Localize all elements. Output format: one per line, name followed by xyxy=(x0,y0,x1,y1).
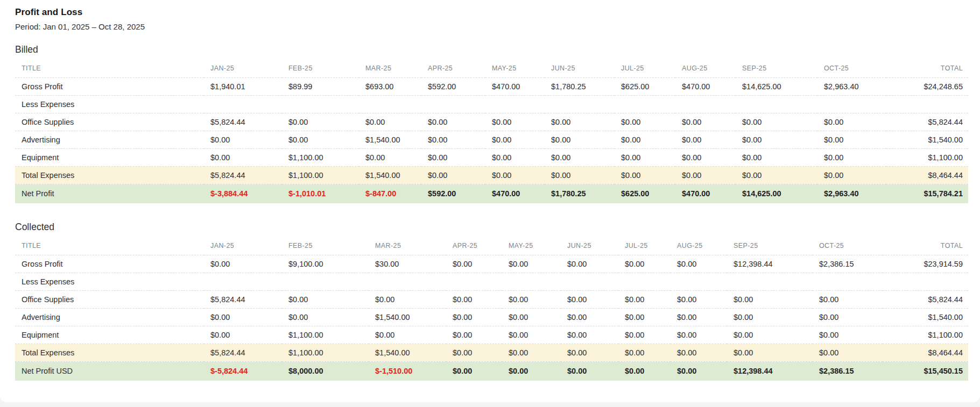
cell-value: $0.00 xyxy=(671,290,727,308)
cell-value xyxy=(671,273,727,290)
cell-value xyxy=(421,95,485,113)
row-title: Equipment xyxy=(15,148,204,166)
cell-value: $0.00 xyxy=(817,148,886,166)
cell-value: $0.00 xyxy=(282,113,359,131)
column-header-apr-25: APR-25 xyxy=(446,237,502,255)
cell-value: $0.00 xyxy=(561,308,618,326)
cell-value: $0.00 xyxy=(545,131,615,148)
column-header-mar-25: MAR-25 xyxy=(369,237,446,255)
profit-loss-table-billed: TITLEJAN-25FEB-25MAR-25APR-25MAY-25JUN-2… xyxy=(15,60,968,203)
cell-value: $592.00 xyxy=(421,184,485,203)
column-header-oct-25: OCT-25 xyxy=(813,237,883,255)
table-row: Advertising$0.00$0.00$1,540.00$0.00$0.00… xyxy=(15,131,968,148)
cell-value: $693.00 xyxy=(359,77,421,95)
cell-value: $0.00 xyxy=(446,344,502,361)
cell-value: $0.00 xyxy=(561,290,618,308)
column-header-sep-25: SEP-25 xyxy=(736,60,817,77)
cell-value: $1,540.00 xyxy=(369,344,446,361)
row-title: Total Expenses xyxy=(15,344,204,361)
cell-value: $0.00 xyxy=(282,290,369,308)
cell-value: $0.00 xyxy=(615,166,675,184)
cell-value: $0.00 xyxy=(813,326,883,344)
cell-value: $0.00 xyxy=(282,308,369,326)
cell-value: $8,000.00 xyxy=(282,361,369,381)
cell-value xyxy=(817,95,886,113)
column-header-title: TITLE xyxy=(15,60,204,77)
row-title: Advertising xyxy=(15,131,204,148)
section-heading: Collected xyxy=(15,222,968,233)
row-total: $15,450.15 xyxy=(883,361,968,381)
row-title: Gross Profit xyxy=(15,255,204,273)
column-header-sep-25: SEP-25 xyxy=(727,237,813,255)
cell-value: $0.00 xyxy=(204,308,282,326)
cell-value: $0.00 xyxy=(618,326,671,344)
cell-value: $0.00 xyxy=(618,290,671,308)
cell-value: $625.00 xyxy=(615,77,675,95)
cell-value xyxy=(282,273,369,290)
cell-value: $-1,010.01 xyxy=(282,184,359,203)
cell-value: $2,963.40 xyxy=(817,184,886,203)
column-header-total: TOTAL xyxy=(886,60,968,77)
page-title: Profit and Loss xyxy=(15,7,968,18)
cell-value: $0.00 xyxy=(502,290,561,308)
cell-value: $0.00 xyxy=(675,166,736,184)
cell-value: $0.00 xyxy=(369,326,446,344)
cell-value xyxy=(485,95,545,113)
cell-value: $1,780.25 xyxy=(545,184,615,203)
cell-value: $0.00 xyxy=(502,326,561,344)
cell-value: $0.00 xyxy=(671,344,727,361)
cell-value: $0.00 xyxy=(446,290,502,308)
cell-value: $0.00 xyxy=(561,255,618,273)
column-header-jun-25: JUN-25 xyxy=(545,60,615,77)
cell-value: $1,940.01 xyxy=(204,77,282,95)
cell-value: $0.00 xyxy=(813,344,883,361)
cell-value xyxy=(369,273,446,290)
cell-value: $0.00 xyxy=(671,326,727,344)
column-header-jan-25: JAN-25 xyxy=(204,60,282,77)
cell-value: $5,824.44 xyxy=(204,344,282,361)
cell-value: $5,824.44 xyxy=(204,290,282,308)
row-total: $1,100.00 xyxy=(883,326,968,344)
cell-value: $30.00 xyxy=(369,255,446,273)
row-title: Net Profit xyxy=(15,184,204,203)
cell-value: $0.00 xyxy=(359,113,421,131)
row-title: Gross Profit xyxy=(15,77,204,95)
cell-value: $0.00 xyxy=(421,166,485,184)
cell-value: $0.00 xyxy=(545,113,615,131)
cell-value: $14,625.00 xyxy=(736,77,817,95)
cell-value: $1,100.00 xyxy=(282,344,369,361)
section-collected: Collected TITLEJAN-25FEB-25MAR-25APR-25M… xyxy=(15,222,968,381)
cell-value: $0.00 xyxy=(736,131,817,148)
row-title: Less Expenses xyxy=(15,273,204,290)
cell-value: $0.00 xyxy=(204,255,282,273)
row-total: $8,464.44 xyxy=(886,166,968,184)
cell-value: $1,100.00 xyxy=(282,326,369,344)
column-header-total: TOTAL xyxy=(883,237,968,255)
cell-value: $0.00 xyxy=(618,255,671,273)
row-total: $1,100.00 xyxy=(886,148,968,166)
cell-value: $0.00 xyxy=(727,344,813,361)
table-header-row: TITLEJAN-25FEB-25MAR-25APR-25MAY-25JUN-2… xyxy=(15,237,968,255)
row-title: Less Expenses xyxy=(15,95,204,113)
cell-value: $0.00 xyxy=(485,166,545,184)
cell-value: $0.00 xyxy=(671,255,727,273)
cell-value xyxy=(561,273,618,290)
cell-value: $470.00 xyxy=(485,77,545,95)
cell-value: $2,963.40 xyxy=(817,77,886,95)
row-total: $15,784.21 xyxy=(886,184,968,203)
cell-value xyxy=(446,273,502,290)
section-billed: Billed TITLEJAN-25FEB-25MAR-25APR-25MAY-… xyxy=(15,44,968,203)
table-row: Office Supplies$5,824.44$0.00$0.00$0.00$… xyxy=(15,113,968,131)
row-total: $5,824.44 xyxy=(883,290,968,308)
table-row: Net Profit$-3,884.44$-1,010.01$-847.00$5… xyxy=(15,184,968,203)
row-title: Equipment xyxy=(15,326,204,344)
cell-value: $0.00 xyxy=(421,113,485,131)
cell-value xyxy=(736,95,817,113)
table-row: Equipment$0.00$1,100.00$0.00$0.00$0.00$0… xyxy=(15,148,968,166)
cell-value: $-5,824.44 xyxy=(204,361,282,381)
cell-value: $-847.00 xyxy=(359,184,421,203)
cell-value: $-1,510.00 xyxy=(369,361,446,381)
row-total: $1,540.00 xyxy=(883,308,968,326)
cell-value: $0.00 xyxy=(813,290,883,308)
cell-value: $1,100.00 xyxy=(282,166,359,184)
